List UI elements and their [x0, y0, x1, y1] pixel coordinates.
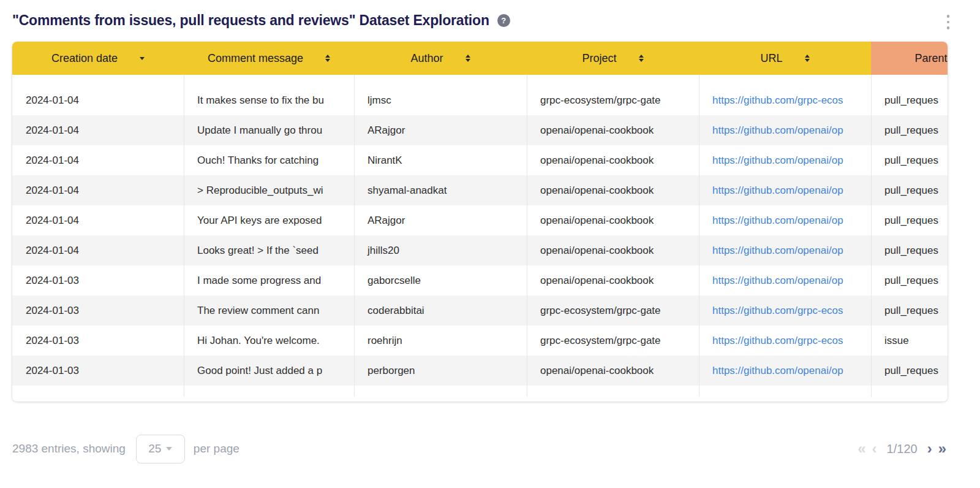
title-bar: "Comments from issues, pull requests and…: [12, 12, 510, 29]
cell-project: openai/openai-cookbook: [527, 115, 699, 145]
cell-url: https://github.com/openai/op: [699, 145, 871, 175]
cell-parent: issue: [871, 326, 948, 356]
cell-comment-message: The review comment cann: [184, 295, 354, 326]
cell-parent: pull_reques: [871, 145, 948, 175]
next-page-button[interactable]: ›: [927, 441, 932, 456]
cell-parent: pull_reques: [871, 205, 948, 235]
column-header-project[interactable]: Project: [527, 42, 699, 75]
cell-creation-date: 2024-01-04: [12, 145, 184, 175]
column-label: Parent: [914, 52, 947, 65]
cell-creation-date: 2024-01-04: [12, 85, 184, 115]
cell-url: https://github.com/openai/op: [699, 265, 871, 295]
table-row: 2024-01-04 Ouch! Thanks for catching Nir…: [12, 145, 948, 175]
cell-author: roehrijn: [354, 326, 527, 356]
cell-author: ljmsc: [354, 85, 527, 115]
table-row: 2024-01-03 Hi Johan. You're welcome. roe…: [12, 326, 948, 356]
cell-creation-date: 2024-01-04: [12, 115, 184, 145]
entries-count-text: 2983 entries, showing: [12, 442, 126, 456]
column-divider: [184, 75, 184, 397]
cell-url: https://github.com/openai/op: [699, 205, 871, 235]
cell-project: grpc-ecosystem/grpc-gate: [527, 85, 699, 115]
cell-parent: pull_reques: [871, 235, 948, 265]
table-row: 2024-01-04 It makes sense to fix the bu …: [12, 85, 948, 115]
kebab-dot: [947, 26, 950, 29]
cell-url: https://github.com/openai/op: [699, 115, 871, 145]
url-link[interactable]: https://github.com/openai/op: [712, 215, 843, 227]
cell-project: openai/openai-cookbook: [527, 356, 699, 386]
cell-project: openai/openai-cookbook: [527, 145, 699, 175]
cell-creation-date: 2024-01-03: [12, 295, 184, 326]
url-link[interactable]: https://github.com/openai/op: [712, 185, 843, 197]
table-row: 2024-01-04 Looks great! > If the `seed j…: [12, 235, 948, 265]
page-size-select[interactable]: 25: [136, 435, 185, 463]
cell-parent: pull_reques: [871, 175, 948, 205]
help-icon[interactable]: ?: [497, 14, 510, 27]
cell-parent: pull_reques: [871, 85, 948, 115]
url-link[interactable]: https://github.com/grpc-ecos: [712, 94, 843, 107]
kebab-menu-icon[interactable]: [947, 15, 950, 29]
cell-url: https://github.com/grpc-ecos: [699, 295, 871, 326]
sort-icon: [466, 55, 470, 62]
table-row: 2024-01-03 The review comment cann coder…: [12, 295, 948, 326]
prev-page-button[interactable]: ‹: [872, 441, 877, 456]
url-link[interactable]: https://github.com/grpc-ecos: [712, 335, 843, 347]
cell-comment-message: Good point! Just added a p: [184, 356, 354, 386]
cell-project: openai/openai-cookbook: [527, 235, 699, 265]
cell-comment-message: Your API keys are exposed: [184, 205, 354, 235]
page-size-value: 25: [148, 442, 161, 456]
table-row: 2024-01-03 I made some progress and gabo…: [12, 265, 948, 295]
cell-author: gaborcselle: [354, 265, 527, 295]
column-label: Author: [410, 52, 443, 65]
first-page-button[interactable]: «: [858, 441, 865, 456]
cell-author: jhills20: [354, 235, 527, 265]
table-row: 2024-01-03 Good point! Just added a p pe…: [12, 356, 948, 386]
sort-desc-icon: [140, 57, 145, 60]
cell-url: https://github.com/grpc-ecos: [699, 326, 871, 356]
url-link[interactable]: https://github.com/openai/op: [712, 365, 843, 377]
cell-url: https://github.com/openai/op: [699, 175, 871, 205]
table-header-row: Creation date Comment message Author Pro…: [12, 42, 948, 75]
column-label: Comment message: [208, 52, 303, 65]
cell-url: https://github.com/openai/op: [699, 235, 871, 265]
dataset-table: Creation date Comment message Author Pro…: [12, 42, 948, 402]
column-divider: [871, 75, 872, 397]
chevron-down-icon: [166, 447, 172, 451]
url-link[interactable]: https://github.com/openai/op: [712, 154, 843, 167]
column-header-comment-message[interactable]: Comment message: [184, 42, 354, 75]
url-link[interactable]: https://github.com/openai/op: [712, 245, 843, 257]
cell-parent: pull_reques: [871, 295, 948, 326]
table-row: 2024-01-04 Your API keys are exposed ARa…: [12, 205, 948, 235]
cell-creation-date: 2024-01-03: [12, 326, 184, 356]
column-label: Creation date: [51, 52, 118, 65]
column-divider: [527, 75, 527, 397]
table-rows-container: 2024-01-04 It makes sense to fix the bu …: [12, 85, 948, 386]
cell-parent: pull_reques: [871, 115, 948, 145]
cell-comment-message: I made some progress and: [184, 265, 354, 295]
column-header-url[interactable]: URL: [699, 42, 871, 75]
column-header-parent[interactable]: Parent: [871, 42, 948, 75]
cell-project: openai/openai-cookbook: [527, 265, 699, 295]
last-page-button[interactable]: »: [938, 441, 946, 456]
cell-parent: pull_reques: [871, 356, 948, 386]
cell-creation-date: 2024-01-04: [12, 205, 184, 235]
sort-icon: [805, 55, 810, 62]
table-body: 2024-01-04 It makes sense to fix the bu …: [12, 75, 948, 402]
kebab-dot: [947, 21, 950, 24]
body-top-spacer: [12, 75, 948, 85]
url-link[interactable]: https://github.com/openai/op: [712, 275, 843, 287]
column-label: Project: [582, 52, 616, 65]
kebab-dot: [947, 15, 950, 18]
column-divider: [354, 75, 355, 397]
sort-icon: [325, 55, 330, 62]
url-link[interactable]: https://github.com/grpc-ecos: [712, 305, 843, 317]
column-divider: [699, 75, 699, 397]
url-link[interactable]: https://github.com/openai/op: [712, 124, 843, 137]
per-page-label: per page: [194, 442, 239, 456]
cell-author: perborgen: [354, 356, 527, 386]
cell-project: grpc-ecosystem/grpc-gate: [527, 326, 699, 356]
table-row: 2024-01-04 Update I manually go throu AR…: [12, 115, 948, 145]
column-label: URL: [760, 52, 782, 65]
cell-creation-date: 2024-01-04: [12, 235, 184, 265]
column-header-creation-date[interactable]: Creation date: [12, 42, 184, 75]
column-header-author[interactable]: Author: [354, 42, 527, 75]
